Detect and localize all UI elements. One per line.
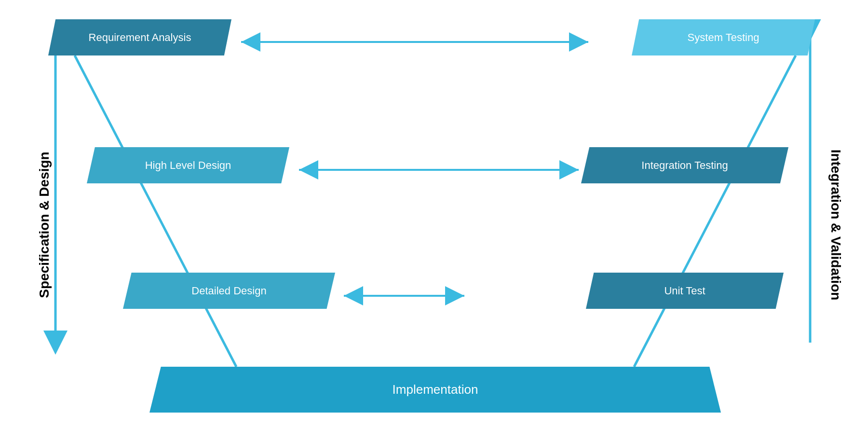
system-testing-box: System Testing [632,19,815,55]
high-level-design-box: High Level Design [87,147,289,183]
arrow-detailed-unit [334,284,474,308]
requirement-analysis-box: Requirement Analysis [48,19,231,55]
implementation-box: Implementation [149,367,721,413]
integration-validation-label: Integration & Validation [828,150,844,301]
detailed-design-box: Detailed Design [123,273,335,309]
spec-design-label: Specification & Design [37,152,52,298]
svg-line-0 [75,55,236,367]
unit-test-box: Unit Test [586,273,784,309]
arrow-req-system [231,30,598,54]
svg-line-1 [634,55,796,367]
v-model-diagram: Specification & Design Integration & Val… [0,0,868,442]
integration-testing-box: Integration Testing [581,147,788,183]
arrow-hld-integration [289,158,588,182]
